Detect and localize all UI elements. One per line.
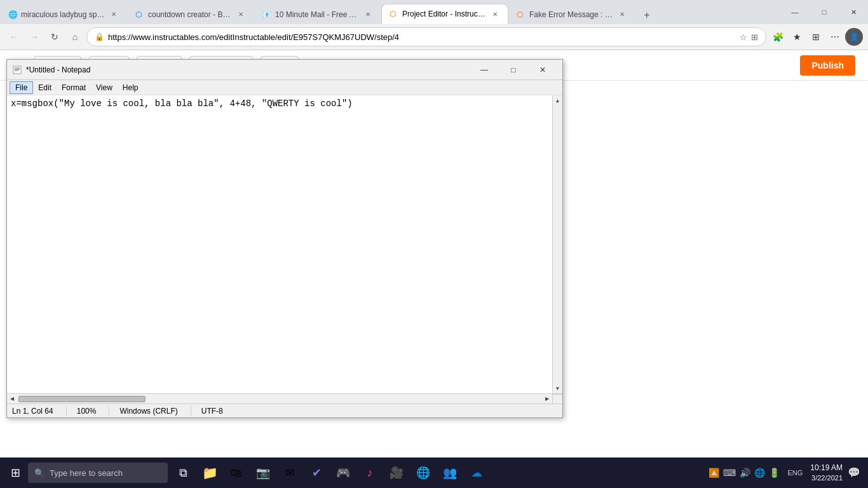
reload-button[interactable]: ↻ [46, 28, 64, 46]
system-tray-icons: 🔼 ⌨ 🔊 🌐 🔋 [709, 468, 780, 478]
search-icon: 🔍 [34, 468, 44, 478]
tab-bar-wrapper: 🌐 miraculous ladybug spoilers ✕ ⬡ countd… [0, 0, 868, 24]
back-button[interactable]: ← [5, 28, 23, 46]
taskbar-zoom[interactable]: 🎥 [384, 458, 409, 488]
file-explorer-icon: 📁 [202, 465, 218, 480]
tab-fake-error[interactable]: ⬡ Fake Error Message : 8 Steps... ✕ [508, 4, 635, 24]
task-view-icon: ⧉ [179, 466, 187, 480]
notepad-menu-format[interactable]: Format [57, 82, 91, 93]
taskbar-teams-personal[interactable]: ✔ [304, 458, 329, 488]
settings-button[interactable]: ⋯ [826, 28, 844, 46]
profile-button[interactable]: 👤 [845, 28, 863, 46]
scroll-track-horizontal[interactable] [17, 395, 542, 403]
notepad-menubar: File Edit Format View Help [7, 80, 562, 95]
scroll-track-vertical[interactable] [553, 105, 562, 383]
taskbar-camera[interactable]: 📷 [250, 458, 276, 488]
collections-button[interactable]: ⊞ [807, 28, 825, 46]
window-controls: — □ ✕ [780, 0, 868, 24]
toolbar-icons: 🧩 ★ ⊞ ⋯ 👤 [769, 28, 863, 46]
notepad-maximize-button[interactable]: □ [499, 60, 528, 80]
new-tab-button[interactable]: + [638, 6, 656, 24]
scroll-left-arrow[interactable]: ◀ [7, 394, 17, 404]
notepad-window-controls: — □ ✕ [470, 60, 557, 80]
tab-miraculous[interactable]: 🌐 miraculous ladybug spoilers ✕ [0, 4, 127, 24]
taskbar-store[interactable]: 🛍 [224, 458, 249, 488]
tab-close-2[interactable]: ✕ [236, 10, 246, 20]
keyboard-icon[interactable]: ⌨ [723, 468, 736, 478]
network-icon[interactable]: 🌐 [754, 468, 765, 478]
tab-favicon-1: 🌐 [8, 10, 17, 19]
clock-time: 10:19 AM [810, 463, 843, 473]
tab-tenminute[interactable]: 📧 10 Minute Mail - Free Anony... ✕ [254, 4, 381, 24]
taskbar-edge[interactable]: 🌐 [410, 458, 436, 488]
notepad-horizontal-scrollbar[interactable]: ◀ ▶ [7, 393, 562, 403]
tab-title-4: Project Editor - Instructables [402, 10, 486, 18]
publish-button[interactable]: Publish [800, 55, 855, 76]
tab-favicon-3: 📧 [262, 10, 271, 19]
battery-icon[interactable]: 🔋 [769, 468, 780, 478]
star-icon[interactable]: ☆ [740, 32, 747, 42]
notepad-menu-edit[interactable]: Edit [33, 82, 57, 93]
notepad-menu-view[interactable]: View [91, 82, 118, 93]
taskbar-music[interactable]: ♪ [357, 458, 383, 488]
taskbar-search[interactable]: 🔍 Type here to search [28, 463, 168, 483]
home-button[interactable]: ⌂ [66, 28, 84, 46]
encoding: UTF-8 [201, 407, 236, 416]
tab-project-editor[interactable]: ⬡ Project Editor - Instructables ✕ [381, 4, 508, 24]
notepad-menu-file[interactable]: File [10, 81, 33, 94]
taskbar-system: 🔼 ⌨ 🔊 🌐 🔋 ENG 10:19 AM 3/22/2021 💬 [709, 463, 865, 482]
tab-favicon-2: ⬡ [135, 10, 144, 19]
clock[interactable]: 10:19 AM 3/22/2021 [810, 463, 843, 482]
scroll-down-arrow[interactable]: ▼ [553, 383, 563, 393]
start-button[interactable]: ⊞ [3, 460, 28, 485]
zoom-level: 100% [77, 407, 110, 416]
tab-close-4[interactable]: ✕ [490, 9, 500, 19]
notepad-menu-help[interactable]: Help [118, 82, 144, 93]
tab-favicon-5: ⬡ [517, 10, 526, 19]
notepad-titlebar: *Untitled - Notepad — □ ✕ [7, 60, 562, 80]
notification-icon[interactable]: 💬 [848, 466, 860, 478]
scroll-up-arrow[interactable]: ▲ [553, 95, 563, 105]
notepad-close-button[interactable]: ✕ [528, 60, 557, 80]
language-indicator[interactable]: ENG [785, 469, 805, 477]
scroll-right-arrow[interactable]: ▶ [542, 394, 552, 404]
teams-personal-icon: ✔ [312, 466, 322, 480]
lock-icon: 🔒 [95, 32, 104, 41]
taskbar-apps: ⧉ 📁 🛍 📷 ✉ ✔ 🎮 ♪ 🎥 🌐 👥 [170, 458, 489, 488]
taskbar-teams[interactable]: 👥 [437, 458, 463, 488]
taskbar-xbox[interactable]: 🎮 [330, 458, 356, 488]
favorites-button[interactable]: ★ [788, 28, 806, 46]
notepad-minimize-button[interactable]: — [470, 60, 499, 80]
extensions-button[interactable]: 🧩 [769, 28, 787, 46]
tab-countdown[interactable]: ⬡ countdown creator - Bing ✕ [127, 4, 254, 24]
speaker-icon[interactable]: 🔊 [740, 468, 750, 478]
taskbar-file-explorer[interactable]: 📁 [197, 458, 222, 488]
teams-icon: 👥 [443, 466, 457, 480]
collections-icon[interactable]: ⊞ [751, 32, 758, 42]
taskbar-task-view[interactable]: ⧉ [170, 458, 196, 488]
search-placeholder: Type here to search [50, 468, 123, 478]
tab-close-3[interactable]: ✕ [363, 10, 373, 20]
mail-icon: ✉ [285, 466, 295, 480]
show-hidden-icon[interactable]: 🔼 [709, 468, 719, 478]
cursor-position: Ln 1, Col 64 [12, 407, 67, 416]
line-ending: Windows (CRLF) [119, 407, 191, 416]
address-bar[interactable]: 🔒 https://www.instructables.com/editInst… [86, 27, 766, 46]
minimize-browser-button[interactable]: — [780, 0, 810, 24]
tab-title-5: Fake Error Message : 8 Steps... [529, 10, 613, 19]
tab-close-5[interactable]: ✕ [617, 10, 627, 20]
scroll-thumb-horizontal[interactable] [18, 396, 146, 402]
close-browser-button[interactable]: ✕ [839, 0, 868, 24]
forward-button[interactable]: → [25, 28, 43, 46]
address-bar-row: ← → ↻ ⌂ 🔒 https://www.instructables.com/… [0, 24, 868, 50]
maximize-browser-button[interactable]: □ [810, 0, 839, 24]
taskbar-onedrive[interactable]: ☁ [464, 458, 489, 488]
edge-icon: 🌐 [416, 466, 430, 480]
tab-close-1[interactable]: ✕ [109, 10, 119, 20]
zoom-icon: 🎥 [390, 466, 403, 480]
taskbar-mail[interactable]: ✉ [277, 458, 302, 488]
notepad-vertical-scrollbar[interactable]: ▲ ▼ [552, 95, 562, 393]
scroll-resize-handle [552, 394, 562, 404]
notepad-text-editor[interactable]: x=msgbox("My love is cool, bla bla bla",… [7, 95, 552, 393]
notepad-title: *Untitled - Notepad [26, 65, 470, 74]
